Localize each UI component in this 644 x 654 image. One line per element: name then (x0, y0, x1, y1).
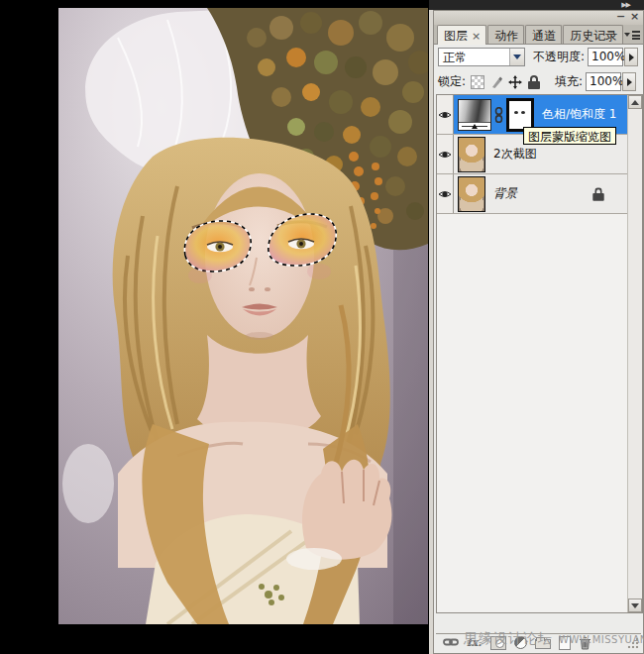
opacity-slider-button[interactable] (624, 48, 638, 66)
opacity-input[interactable]: 100% (588, 48, 623, 66)
lock-label: 锁定: (438, 73, 466, 90)
blend-mode-value: 正常 (439, 49, 509, 65)
layers-scrollbar[interactable] (627, 95, 642, 612)
visibility-toggle[interactable] (437, 174, 454, 213)
tab-actions[interactable]: 动作 (487, 25, 524, 44)
eye-icon (438, 110, 452, 120)
new-group-button[interactable] (535, 639, 551, 649)
layers-list: 色相/饱和度 1 2次截图 (436, 94, 643, 613)
dock-collapse-bar[interactable]: ▶▶ (429, 0, 644, 10)
blend-mode-dropdown-icon[interactable] (509, 49, 524, 65)
layers-panel: − × 图层× 动作 通道 历史记录 正常 不透明度: 100% (433, 10, 644, 654)
close-button[interactable]: × (628, 11, 641, 24)
layer-controls: 正常 不透明度: 100% 锁定: (434, 45, 643, 94)
mask-link-icon[interactable] (494, 107, 503, 123)
scroll-down-button[interactable] (628, 599, 642, 612)
layer-thumbnail[interactable] (458, 137, 485, 172)
adjustment-layer-thumbnail[interactable] (458, 99, 491, 131)
layer-thumbnail[interactable] (458, 176, 485, 212)
lock-all-icon[interactable] (527, 75, 541, 89)
layer-name[interactable]: 2次截图 (493, 146, 537, 163)
tab-history[interactable]: 历史记录 (563, 25, 623, 44)
photo-canvas[interactable] (58, 8, 428, 624)
fill-slider-button[interactable] (622, 72, 636, 91)
layer-style-button[interactable]: fx. (467, 636, 483, 650)
fill-input[interactable]: 100% (586, 72, 621, 91)
eye-icon (438, 189, 452, 199)
panel-tabbar: 图层× 动作 通道 历史记录 (434, 25, 643, 45)
tab-channels[interactable]: 通道 (525, 25, 562, 44)
new-adjustment-layer-button[interactable] (514, 636, 527, 649)
panel-menu-icon[interactable] (624, 30, 640, 41)
panel-dock: ▶▶ − × 图层× 动作 通道 历史记录 正常 不透明度: (429, 0, 644, 654)
new-layer-button[interactable] (559, 636, 571, 650)
delete-layer-button[interactable] (579, 636, 594, 650)
lock-position-icon[interactable] (508, 75, 522, 89)
minimize-button[interactable]: − (614, 11, 627, 24)
layer-name[interactable]: 色相/饱和度 1 (542, 106, 617, 123)
layers-panel-toolbar: fx. (436, 633, 641, 651)
link-layers-button[interactable] (443, 636, 459, 650)
add-layer-mask-button[interactable] (490, 636, 506, 650)
background-lock-icon (591, 187, 604, 200)
panel-resize-grip[interactable] (626, 636, 640, 650)
layer-name[interactable]: 背景 (493, 185, 517, 202)
blend-mode-select[interactable]: 正常 (438, 48, 525, 66)
portrait-photo (58, 8, 428, 624)
eye-icon (438, 150, 452, 160)
photoshop-workspace: ▶▶ − × 图层× 动作 通道 历史记录 正常 不透明度: (0, 0, 644, 654)
lock-transparency-icon[interactable] (471, 75, 484, 89)
visibility-toggle[interactable] (437, 95, 454, 134)
panel-titlebar: − × (434, 11, 643, 25)
mask-thumbnail-tooltip: 图层蒙版缩览图 (523, 127, 616, 145)
fill-label: 填充: (555, 73, 583, 90)
scroll-up-button[interactable] (628, 95, 642, 109)
tab-layers[interactable]: 图层× (437, 25, 486, 45)
collapse-to-icons-icon[interactable]: ▶▶ (621, 1, 630, 9)
tab-close-icon[interactable]: × (472, 30, 481, 43)
layer-row-background[interactable]: 背景 (437, 174, 627, 214)
visibility-toggle[interactable] (437, 135, 454, 173)
lock-pixels-icon[interactable] (489, 75, 503, 89)
opacity-label: 不透明度: (533, 49, 585, 65)
